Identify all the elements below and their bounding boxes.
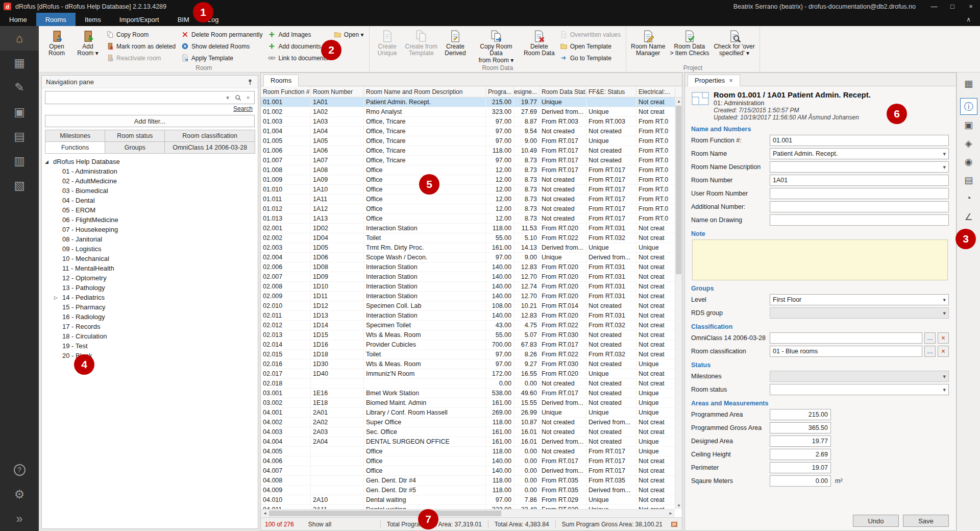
open-room-button[interactable]: OpenRoom [42,28,71,64]
rooms-icon[interactable]: ⌂ [0,26,39,51]
room-row-02-010[interactable]: 02.0101D12Specimen Coll. Lab108.0010.21F… [261,301,675,311]
room-row-02-014[interactable]: 02.0141D16Provider Cubicles700.0067.83Fr… [261,340,675,350]
column-header-room-function[interactable]: Room Function # [261,86,311,97]
programmed-gross-area-input[interactable]: 365.50 [770,422,831,433]
tree-item-08-janitorial[interactable]: 08 - Janitorial [42,234,258,244]
add-room-button[interactable]: AddRoom ▾ [73,28,103,64]
room-row-04-001[interactable]: 04.0012A01Library / Conf. Room Hassell26… [261,408,675,418]
room-row-02-013[interactable]: 02.0131D15Wts & Meas. Room55.005.07From … [261,330,675,340]
room-row-04-008[interactable]: 04.008Gen. Dent. Dtr #4118.000.00From RT… [261,476,675,486]
copy-room-button[interactable]: Copy Room [104,29,178,40]
room-row-02-004[interactable]: 02.0041D06Scope Wash / Decon.97.009.00Un… [261,253,675,262]
column-header-progra[interactable]: Progra... [486,86,514,97]
create-derived-button[interactable]: CreateDerived [440,28,470,64]
column-header-ff-e-status[interactable]: FF&E: Status [586,86,636,97]
tree-item-03-biomedical[interactable]: 03 - Biomedical [42,186,258,196]
room-name-dropdown-icon[interactable]: ▾ [943,151,946,157]
perimeter-input[interactable]: 19.07 [770,462,831,473]
room-row-01-006[interactable]: 01.0061A06Office, Tricare118.0010.49From… [261,146,675,156]
report-icon[interactable] [671,521,678,528]
search-icon[interactable] [233,94,243,101]
filter-tab-omniclass-14-2006-03-28[interactable]: OmniClass 14 2006-03-28 [164,141,255,154]
tree-item-04-dental[interactable]: 04 - Dental [42,196,258,205]
maximize-button[interactable]: □ [943,0,962,13]
room-row-01-008[interactable]: 01.0081A08Office12.008.73From RT.017From… [261,165,675,175]
horizontal-scroll-thumb[interactable] [269,511,501,516]
room-row-04-007[interactable]: 04.007Office140.000.00Derived from...Fro… [261,466,675,476]
omniclass-input[interactable] [770,332,922,344]
delete-room-permanently-button[interactable]: Delete Room permanently [179,29,264,40]
column-header-electrical[interactable]: Electrical:... [636,86,675,97]
room-row-01-009[interactable]: 01.0091A09Office12.008.73Not createdFrom… [261,175,675,185]
room-data-item-checks-button[interactable]: Room Data> Item Checks [668,28,710,64]
note-input[interactable] [692,239,948,280]
room-status-dropdown-icon[interactable]: ▾ [943,387,946,393]
show-deleted-rooms-button[interactable]: Show deleted Rooms [179,41,264,52]
tree-root-expander-icon[interactable]: ◢ [45,159,53,164]
search-dropdown-icon[interactable]: ▾ [223,94,233,101]
menu-tab-import-export[interactable]: Import/Export [110,13,168,26]
tree-item-02-adultmedicine[interactable]: 02 - AdultMedicine [42,176,258,186]
square-meters-input[interactable]: 0.00 [770,475,831,487]
log-icon[interactable]: ◔ [960,190,977,207]
layout-icon[interactable]: ▦ [960,75,977,92]
column-header-room-data-stat[interactable]: Room Data Stat... [540,86,586,97]
add-filter-button[interactable]: Add filter... [45,115,255,127]
additional-number-input[interactable] [770,201,949,212]
room-row-03-002[interactable]: 03.0021E18Biomed Maint. Admin161.0015.55… [261,398,675,408]
tree-item-12-optometry[interactable]: 12 - Optometry [42,273,258,283]
omniclass-browse-button[interactable]: … [924,332,936,344]
tree-item-expander-icon[interactable]: ▷ [54,295,62,300]
save-button[interactable]: Save [903,515,949,527]
show-all-link[interactable]: Show all [308,521,331,528]
mark-room-as-deleted-button[interactable]: Mark room as deleted [104,41,178,52]
room-row-02-009[interactable]: 02.0091D11Interaction Station140.0012.70… [261,292,675,301]
images-icon[interactable]: ◉ [960,153,977,170]
room-row-04-002[interactable]: 04.0022A02Super Office118.0010.87Not cre… [261,418,675,427]
room-status-input[interactable]: ▾ [770,384,949,395]
filter-tab-milestones[interactable]: Milestones [45,130,105,142]
room-name-description-dropdown-icon[interactable]: ▾ [943,164,946,171]
search-clear-icon[interactable]: × [243,94,253,101]
room-name-input[interactable]: Patient Admin. Recept.▾ [770,148,949,159]
room-row-02-018[interactable]: 02.0180.000.00Not createdNot createdNot … [261,379,675,389]
open-button[interactable]: Open ▾ [332,29,366,40]
tree-item-19-test[interactable]: 19 - Test [42,341,258,351]
name-on-drawing-input[interactable] [770,214,949,226]
room-name-description-input[interactable]: ▾ [770,161,949,173]
go-to-template-button[interactable]: Go to Template [558,53,623,63]
tree-item-14-pediatrics[interactable]: ▷14 - Pediatrics [42,293,258,302]
room-row-01-010[interactable]: 01.0101A10Office12.008.73Not createdFrom… [261,185,675,195]
tree-item-09-logistics[interactable]: 09 - Logistics [42,244,258,254]
room-row-02-008[interactable]: 02.0081D10Interaction Station140.0012.74… [261,282,675,292]
user-room-number-input[interactable] [770,188,949,199]
column-header-designe[interactable]: Designe... [514,86,540,97]
open-template-button[interactable]: Open Template [558,41,623,52]
room-row-02-012[interactable]: 02.0121D14Specimen Toilet43.004.75From R… [261,321,675,330]
room-row-01-007[interactable]: 01.0071A07Office, Tricare97.008.73From R… [261,156,675,165]
room-row-02-015[interactable]: 02.0151D18Toilet97.008.26From RT.022From… [261,350,675,359]
room-data-sheet-icon[interactable]: ▣ [960,116,977,133]
check-for-over-specified-button[interactable]: Check for 'overspecified' ▾ [712,28,756,64]
filter-tab-groups[interactable]: Groups [105,141,165,154]
scroll-left-icon[interactable]: ◄ [261,511,269,516]
menu-tab-items[interactable]: Items [76,13,110,26]
ceiling-height-input[interactable]: 2.69 [770,449,831,460]
room-classification-input[interactable]: 01 - Blue rooms [770,346,922,357]
pin-icon[interactable] [247,78,254,85]
room-classification-browse-button[interactable]: … [924,346,936,357]
room-row-01-013[interactable]: 01.0131A13Office12.008.73Not createdFrom… [261,214,675,224]
copy-room-data-from-room-button[interactable]: Copy Room Datafrom Room ▾ [472,28,521,64]
room-row-01-001[interactable]: 01.0011A01Patient Admin. Recept.215.0019… [261,98,675,107]
tree-item-17-records[interactable]: 17 - Records [42,322,258,331]
close-button[interactable]: × [962,0,980,13]
scroll-down-icon[interactable]: ▼ [675,502,682,509]
tree-item-15-pharmacy[interactable]: 15 - Pharmacy [42,302,258,312]
room-row-01-002[interactable]: 01.0021A02Rmo Analyst323.0027.69Derived … [261,107,675,117]
room-function-number-input[interactable]: 01.001 [770,135,949,146]
vertical-scroll-thumb[interactable] [676,106,681,274]
tree-root[interactable]: ◢dRofus Help Database [42,157,258,166]
room-row-02-006[interactable]: 02.0061D08Interaction Station140.0012.83… [261,262,675,272]
room-row-02-017[interactable]: 02.0171D40Immuniz'N Room172.0016.55From … [261,369,675,379]
measurements-icon[interactable]: ∠ [960,208,977,225]
